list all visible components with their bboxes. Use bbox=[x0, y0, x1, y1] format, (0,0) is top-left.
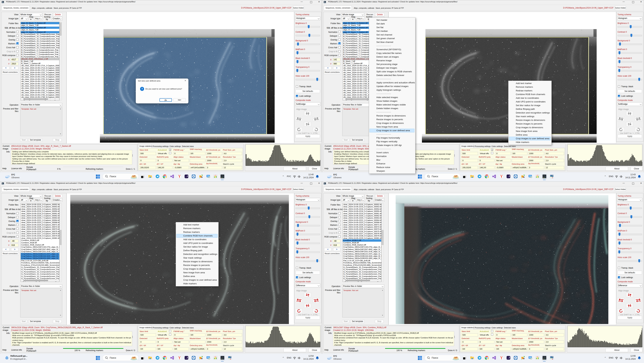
svg-text:R: R bbox=[193, 357, 194, 359]
svg-text:R: R bbox=[515, 357, 516, 359]
svg-text:R: R bbox=[515, 176, 516, 178]
svg-text:R: R bbox=[193, 176, 194, 178]
